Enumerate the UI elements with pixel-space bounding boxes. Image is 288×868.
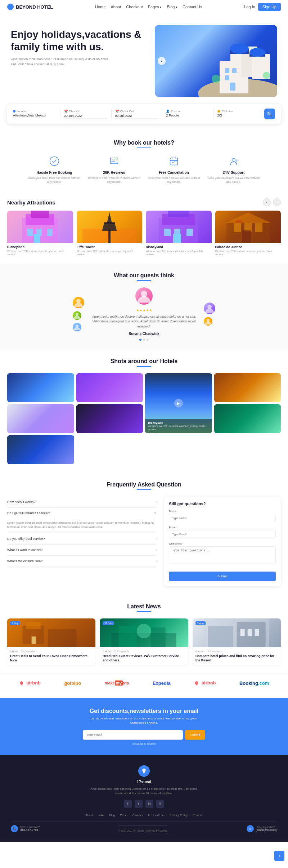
shot-3[interactable] xyxy=(214,373,281,402)
footer-social: f t in li xyxy=(11,800,277,808)
twitter-icon[interactable]: t xyxy=(135,800,143,808)
newsletter-email-input[interactable] xyxy=(83,730,183,740)
testimonial-name: Susana Chadwick xyxy=(90,332,198,336)
footer-link-about[interactable]: About xyxy=(85,814,93,817)
play-icon[interactable]: ▶ xyxy=(174,399,183,407)
faq-item-0[interactable]: How does it works? › xyxy=(7,497,157,508)
instagram-icon[interactable]: in xyxy=(145,800,153,808)
shot-4[interactable] xyxy=(7,404,74,433)
faq-item-2[interactable]: Do you offer pool service? › xyxy=(7,533,157,545)
stars: ★★★★★ xyxy=(90,308,198,312)
shot-7[interactable] xyxy=(7,435,74,464)
nav-blog[interactable]: Blog xyxy=(167,5,177,9)
news-meta-1: 0 Hotel 25 Comments xyxy=(103,650,185,653)
faq-arrow-1: ∨ xyxy=(154,511,157,515)
news-article-title-0: Great Deals to Send Your Loved Ones Some… xyxy=(10,654,93,662)
footer-link-careers[interactable]: Careers xyxy=(132,814,143,817)
logo[interactable]: BEYOND HOTEL xyxy=(7,4,53,10)
faq-item-3[interactable]: What if I want to cancel? › xyxy=(7,545,157,556)
svg-rect-51 xyxy=(26,622,41,629)
svg-rect-18 xyxy=(111,158,118,164)
news-content-2: 0 Hotel 12 Comments Compare hotel prices… xyxy=(193,647,281,665)
svg-rect-40 xyxy=(234,223,241,232)
nav-pages[interactable]: Pages xyxy=(148,5,162,9)
news-meta-2: 0 Hotel 12 Comments xyxy=(195,650,278,653)
children-input[interactable] xyxy=(217,114,261,118)
faq-q-3: What if I want to cancel? xyxy=(7,548,42,552)
testimonials-title: What our guests think xyxy=(11,272,277,279)
testimonial-dots xyxy=(90,339,198,341)
attraction-desc-0: We have over 20K reviews to assure you t… xyxy=(7,250,73,256)
login-button[interactable]: Log In xyxy=(244,5,255,9)
news-comments-2: 12 Comments xyxy=(206,650,222,653)
attraction-0[interactable]: Disneyland We have over 20K reviews to a… xyxy=(7,211,73,256)
why-card-title-0: Hassle Free Booking xyxy=(27,171,81,175)
nav-contact[interactable]: Contact Us xyxy=(183,5,202,9)
checkout-input[interactable] xyxy=(115,114,159,119)
shot-6[interactable] xyxy=(214,404,281,433)
shot-1[interactable] xyxy=(7,373,74,402)
faq-item-4[interactable]: What's the closure time? › xyxy=(7,556,157,567)
faq-item-1[interactable]: Do I get full refund if I cancel? ∨ Lore… xyxy=(7,508,157,532)
shot-featured[interactable]: ▶ Disneyland We have over 20K reviews to… xyxy=(145,373,212,433)
shot-2[interactable] xyxy=(76,373,143,402)
why-underline xyxy=(137,147,151,148)
svg-rect-53 xyxy=(32,636,36,644)
children-field: 👶 Children xyxy=(217,110,261,118)
name-input[interactable] xyxy=(169,514,276,522)
news-hotel-1: 0 Hotel xyxy=(103,650,111,653)
nav-home[interactable]: Home xyxy=(95,5,105,9)
attraction-3[interactable]: Palace de Justice We have over 20K revie… xyxy=(215,211,281,256)
dot-2[interactable] xyxy=(143,339,145,341)
shot-5[interactable] xyxy=(76,404,143,433)
nearby-prev[interactable]: ‹ xyxy=(263,198,271,206)
checkin-input[interactable] xyxy=(64,114,108,119)
news-underline xyxy=(137,611,151,612)
why-card-3: 24/7 Support Book your hotel from our we… xyxy=(207,155,261,184)
checkout-icon: 📅 xyxy=(115,110,119,113)
nav-about[interactable]: About xyxy=(111,5,121,9)
persons-input[interactable] xyxy=(166,114,210,118)
svg-rect-38 xyxy=(173,234,181,243)
svg-rect-11 xyxy=(225,68,229,73)
email-input[interactable] xyxy=(169,530,276,538)
dot-1[interactable] xyxy=(139,339,141,341)
nav-checkout[interactable]: Checkout xyxy=(126,5,143,9)
newsletter-unsub: Unsubscribe anytime xyxy=(7,743,281,745)
footer-link-blog[interactable]: Blog xyxy=(109,814,115,817)
news-content-0: 0 Hotel 22 Comments Great Deals to Send … xyxy=(7,647,95,665)
newsletter-submit-button[interactable]: Submit xyxy=(185,730,205,740)
footer-link-press[interactable]: Press xyxy=(120,814,127,817)
shots-section: Shots around our Hotels ▶ Disneyland We … xyxy=(0,349,288,473)
faq-title: Frequently Asked Question xyxy=(7,481,281,488)
faq-submit-button[interactable]: Submit xyxy=(169,572,276,581)
location-input[interactable] xyxy=(13,114,57,118)
news-card-2[interactable]: 3 Aug 0 Hotel 12 Comments Compare hotel … xyxy=(193,618,281,665)
questions-textarea[interactable] xyxy=(169,546,276,564)
news-card-1[interactable]: 22 Jun 0 Hotel 25 Comments Read Real Gue… xyxy=(100,618,188,665)
news-card-0[interactable]: 9 Sep 0 Hotel 22 Comments Great Deals to… xyxy=(7,618,95,665)
signup-button[interactable]: Sign Up xyxy=(258,3,281,11)
nearby-next[interactable]: › xyxy=(273,198,281,206)
footer-link-jobs[interactable]: Jobs xyxy=(98,814,104,817)
logo-text: BEYOND HOTEL xyxy=(16,4,53,10)
attraction-1[interactable]: Eiffel Tower We have over 20K reviews to… xyxy=(77,211,143,256)
svg-rect-57 xyxy=(151,627,166,647)
dot-3[interactable] xyxy=(147,339,149,341)
main-avatar xyxy=(135,287,153,305)
linkedin-icon[interactable]: li xyxy=(156,800,164,808)
footer-link-contact[interactable]: Contact xyxy=(193,814,203,817)
svg-point-45 xyxy=(76,313,78,316)
avatar-right-1 xyxy=(204,303,215,314)
svg-rect-42 xyxy=(255,223,262,232)
search-button[interactable]: 🔍 xyxy=(264,109,275,119)
faq-questions: How does it works? › Do I get full refun… xyxy=(7,497,157,586)
footer-link-privacy[interactable]: Privacy Policy xyxy=(170,814,188,817)
footer-link-terms[interactable]: Terms of Use xyxy=(148,814,165,817)
facebook-icon[interactable]: f xyxy=(124,800,132,808)
news-badge-1: 22 Jun xyxy=(103,621,114,625)
why-card-title-1: 28K Reviews xyxy=(87,171,141,175)
hero-prev-arrow[interactable]: ‹ xyxy=(158,57,166,65)
attraction-grid: Disneyland We have over 20K reviews to a… xyxy=(7,211,281,256)
attraction-2[interactable]: Disneyland We have over 20K reviews to a… xyxy=(146,211,212,256)
